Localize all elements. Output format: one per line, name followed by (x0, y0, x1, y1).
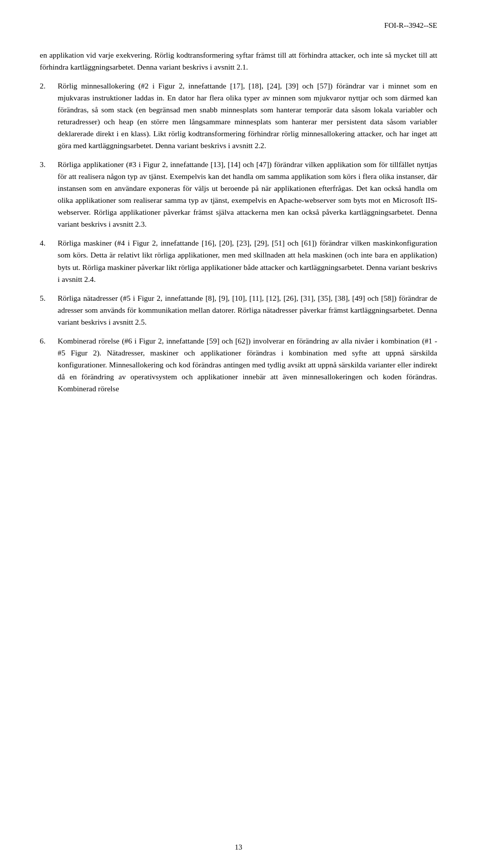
intro-paragraph: en applikation vid varje exekvering. Rör… (40, 49, 437, 73)
document-id: FOI-R--3942--SE (384, 20, 437, 31)
list-number-4: 4. (40, 237, 58, 285)
list-text-3: Rörliga applikationer (#3 i Figur 2, inn… (58, 159, 437, 230)
page-number: 13 (235, 842, 242, 853)
list-number-3: 3. (40, 159, 58, 230)
intro-text: en applikation vid varje exekvering. Rör… (40, 51, 437, 71)
page-content: en applikation vid varje exekvering. Rör… (40, 49, 437, 394)
page: FOI-R--3942--SE en applikation vid varje… (0, 0, 477, 868)
list-number-5: 5. (40, 292, 58, 328)
list-number-6: 6. (40, 335, 58, 395)
page-header: FOI-R--3942--SE (40, 20, 437, 31)
list-item: 4. Rörliga maskiner (#4 i Figur 2, innef… (40, 237, 437, 285)
list-item: 3. Rörliga applikationer (#3 i Figur 2, … (40, 159, 437, 230)
list-item: 2. Rörlig minnesallokering (#2 i Figur 2… (40, 80, 437, 152)
list-text-5: Rörliga nätadresser (#5 i Figur 2, innef… (58, 292, 437, 328)
numbered-list: 2. Rörlig minnesallokering (#2 i Figur 2… (40, 80, 437, 394)
list-number-2: 2. (40, 80, 58, 152)
list-item: 5. Rörliga nätadresser (#5 i Figur 2, in… (40, 292, 437, 328)
list-text-2: Rörlig minnesallokering (#2 i Figur 2, i… (58, 80, 437, 152)
list-item: 6. Kombinerad rörelse (#6 i Figur 2, inn… (40, 335, 437, 395)
page-footer: 13 (0, 842, 477, 853)
list-text-6: Kombinerad rörelse (#6 i Figur 2, innefa… (58, 335, 437, 395)
list-text-4: Rörliga maskiner (#4 i Figur 2, innefatt… (58, 237, 437, 285)
